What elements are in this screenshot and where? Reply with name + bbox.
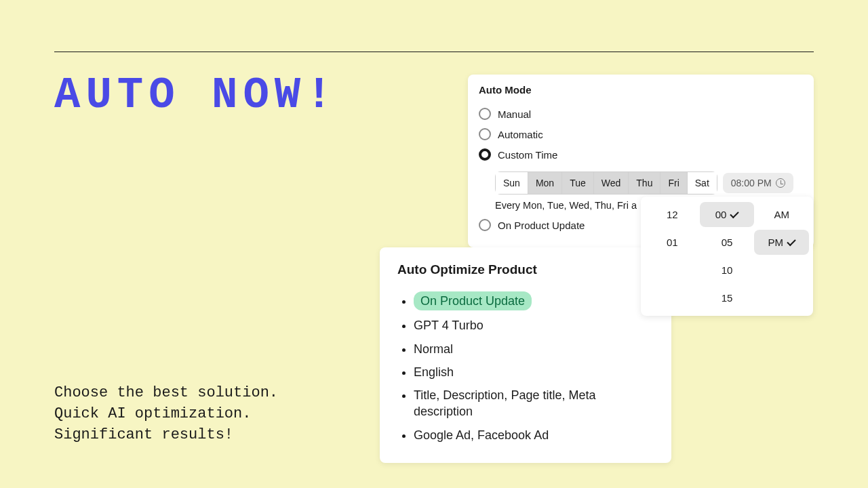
day-mon[interactable]: Mon [528, 171, 562, 195]
radio-label: Manual [498, 108, 531, 120]
day-pills: Sun Mon Tue Wed Thu Fri Sat [495, 171, 717, 195]
clock-icon [776, 178, 785, 188]
time-col-hours: 12 01 [645, 202, 700, 310]
list-item: Title, Description, Page title, Meta des… [414, 384, 654, 424]
list-item: Normal [414, 338, 654, 361]
minute-option-15[interactable]: 15 [700, 285, 755, 310]
radio-label: Custom Time [498, 149, 557, 161]
radio-manual[interactable]: Manual [468, 104, 814, 124]
top-divider [54, 52, 814, 52]
ampm-option-pm[interactable]: PM [754, 230, 809, 255]
ampm-label: PM [768, 237, 783, 248]
hour-option-01[interactable]: 01 [645, 230, 700, 255]
hour-option-12[interactable]: 12 [645, 202, 700, 227]
list-item: On Product Update [414, 288, 654, 314]
day-thu[interactable]: Thu [629, 171, 660, 195]
radio-label: Automatic [498, 129, 543, 140]
ampm-option-am[interactable]: AM [754, 202, 809, 227]
highlight-badge: On Product Update [414, 291, 532, 310]
auto-mode-title: Auto Mode [468, 84, 814, 104]
check-icon [787, 237, 795, 245]
radio-label: On Product Update [498, 220, 585, 231]
radio-icon-selected [479, 148, 491, 161]
time-input[interactable]: 08:00 PM [723, 173, 793, 193]
time-picker-dropdown: 12 01 00 05 10 15 AM PM [641, 197, 813, 316]
time-col-minutes: 00 05 10 15 [700, 202, 755, 310]
minute-option-10[interactable]: 10 [700, 258, 755, 283]
list-item: GPT 4 Turbo [414, 314, 654, 337]
time-col-ampm: AM PM [754, 202, 809, 310]
time-value: 08:00 PM [731, 178, 772, 188]
radio-icon [479, 128, 491, 140]
list-item: English [414, 361, 654, 384]
tagline-line-2: Quick AI optimization. [54, 404, 278, 425]
radio-custom-time[interactable]: Custom Time [468, 144, 814, 165]
minute-label: 00 [715, 209, 727, 220]
list-item: Google Ad, Facebook Ad [414, 424, 654, 447]
radio-automatic[interactable]: Automatic [468, 124, 814, 144]
auto-optimize-card: Auto Optimize Product On Product Update … [380, 247, 671, 463]
day-fri[interactable]: Fri [660, 171, 687, 195]
minute-option-00[interactable]: 00 [700, 202, 755, 227]
hero-title: AUTO NOW! [54, 71, 338, 120]
day-sun[interactable]: Sun [495, 171, 528, 195]
day-sat[interactable]: Sat [688, 171, 717, 195]
optimize-title: Auto Optimize Product [397, 262, 654, 277]
day-tue[interactable]: Tue [562, 171, 594, 195]
radio-icon [479, 108, 491, 120]
minute-option-05[interactable]: 05 [700, 230, 755, 255]
check-icon [730, 209, 739, 218]
tagline-line-3: Significant results! [54, 425, 278, 446]
day-selector-row: Sun Mon Tue Wed Thu Fri Sat 08:00 PM [468, 165, 814, 199]
optimize-list: On Product Update GPT 4 Turbo Normal Eng… [397, 288, 654, 447]
radio-icon [479, 219, 491, 231]
tagline-line-1: Choose the best solution. [54, 383, 278, 404]
hero-tagline: Choose the best solution. Quick AI optim… [54, 383, 278, 445]
day-wed[interactable]: Wed [594, 171, 629, 195]
